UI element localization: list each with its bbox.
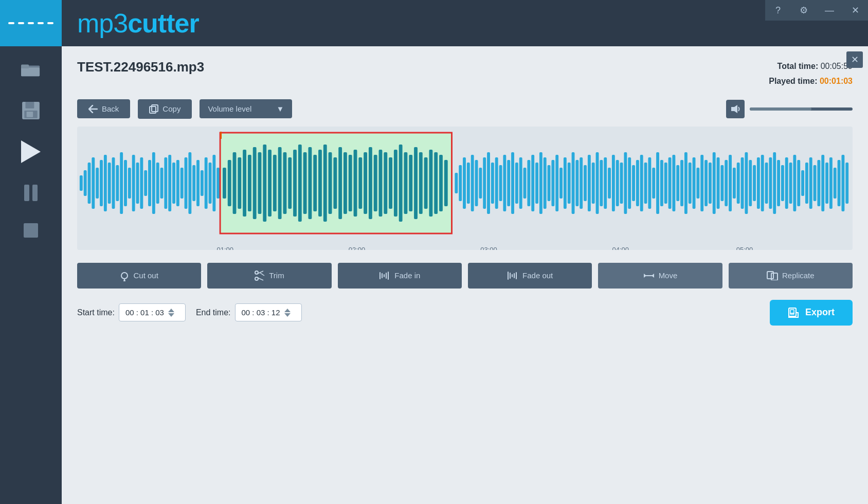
svg-rect-65	[308, 147, 312, 219]
svg-rect-175	[785, 157, 788, 209]
svg-rect-71	[338, 147, 342, 219]
svg-rect-154	[700, 155, 703, 211]
svg-rect-126	[588, 155, 591, 211]
svg-rect-23	[132, 155, 135, 211]
svg-rect-116	[548, 165, 551, 201]
start-time-up-arrow[interactable]	[168, 309, 174, 312]
svg-rect-17	[108, 163, 111, 204]
main-area: mp3cutter ? ⚙ — ✕ ✕ TEST.22496516.mp3 To…	[62, 0, 868, 504]
svg-rect-156	[709, 163, 712, 204]
end-time-input[interactable]: 00 : 03 : 12	[235, 303, 302, 321]
svg-rect-74	[354, 150, 357, 217]
trim-icon	[255, 271, 265, 281]
svg-rect-115	[544, 157, 547, 209]
fade-out-button[interactable]: Fade out	[468, 263, 592, 289]
played-time-value: 00:01:03	[820, 77, 853, 85]
volume-dropdown[interactable]: Volume level ▼	[200, 99, 292, 118]
svg-marker-210	[644, 274, 646, 278]
sidebar-open-folder[interactable]	[10, 51, 51, 87]
svg-rect-202	[386, 273, 387, 279]
svg-rect-89	[429, 150, 432, 217]
window-close-button[interactable]: ✕	[842, 0, 868, 21]
toolbar-row: Back Copy Volume level ▼	[77, 99, 853, 119]
svg-rect-169	[761, 155, 764, 211]
sidebar-logo	[0, 0, 62, 46]
trim-button[interactable]: Trim	[207, 263, 331, 289]
svg-rect-204	[508, 272, 509, 280]
svg-rect-164	[741, 157, 744, 209]
svg-rect-34	[176, 160, 179, 206]
save-icon	[21, 101, 41, 120]
svg-rect-140	[644, 163, 647, 204]
start-time-input[interactable]: 00 : 01 : 03	[119, 303, 186, 321]
end-time-up-arrow[interactable]	[284, 309, 291, 312]
svg-rect-129	[600, 160, 603, 206]
svg-point-193	[123, 280, 125, 281]
svg-rect-148	[676, 165, 679, 201]
svg-rect-37	[188, 152, 191, 214]
sidebar-stop-button[interactable]	[10, 216, 51, 244]
app-title: mp3cutter	[77, 8, 199, 39]
sidebar-save[interactable]	[10, 93, 51, 129]
volume-icon-box[interactable]	[726, 100, 745, 118]
folder-icon	[21, 60, 41, 79]
export-button[interactable]: Export	[770, 300, 853, 326]
svg-rect-150	[684, 152, 688, 214]
svg-rect-110	[523, 168, 527, 199]
copy-button[interactable]: Copy	[138, 99, 192, 119]
svg-rect-99	[479, 168, 482, 199]
svg-rect-93	[455, 173, 458, 193]
end-time-spinner[interactable]	[284, 309, 291, 317]
svg-rect-88	[424, 157, 428, 209]
time-marker-3: 03:00	[480, 246, 497, 250]
back-button[interactable]: Back	[77, 99, 130, 118]
svg-rect-4	[25, 102, 34, 109]
svg-line-198	[260, 273, 264, 276]
svg-rect-181	[809, 157, 812, 209]
svg-marker-211	[652, 274, 654, 278]
svg-rect-66	[313, 155, 317, 211]
svg-rect-47	[220, 132, 222, 139]
svg-rect-108	[515, 163, 518, 204]
sidebar-play-button[interactable]	[10, 134, 51, 170]
svg-rect-11	[84, 170, 87, 196]
settings-button[interactable]: ⚙	[791, 0, 817, 21]
svg-rect-134	[620, 163, 623, 204]
replicate-button[interactable]: Replicate	[729, 263, 853, 289]
content-close-button[interactable]: ✕	[846, 51, 863, 68]
sidebar-pause-button[interactable]	[10, 175, 51, 211]
svg-rect-85	[409, 155, 412, 211]
move-button[interactable]: Move	[598, 263, 722, 289]
volume-fill	[750, 107, 811, 111]
fade-in-button[interactable]: Fade in	[338, 263, 462, 289]
svg-rect-76	[364, 152, 367, 214]
svg-rect-125	[584, 165, 587, 201]
svg-rect-32	[168, 155, 171, 211]
svg-rect-31	[164, 157, 167, 209]
svg-rect-30	[160, 168, 164, 199]
svg-rect-146	[668, 157, 672, 209]
svg-rect-70	[333, 157, 337, 209]
end-time-down-arrow[interactable]	[284, 313, 291, 317]
time-info: Total time: 00:05:59 Played time: 00:01:…	[769, 59, 853, 89]
svg-rect-147	[672, 155, 675, 211]
start-time-down-arrow[interactable]	[168, 313, 174, 317]
volume-slider[interactable]	[750, 107, 853, 111]
titlebar-controls: ? ⚙ — ✕	[765, 0, 868, 21]
svg-rect-48	[223, 168, 226, 199]
minimize-button[interactable]: —	[817, 0, 842, 21]
svg-rect-51	[238, 157, 241, 209]
svg-rect-27	[148, 160, 151, 206]
svg-rect-139	[640, 155, 643, 211]
help-button[interactable]: ?	[765, 0, 791, 21]
svg-rect-207	[514, 273, 515, 278]
action-buttons: Cut out Trim	[77, 263, 853, 289]
start-time-spinner[interactable]	[168, 309, 174, 317]
waveform-container[interactable]: 01:00 02:00 03:00 04:00 05:00	[77, 127, 853, 250]
svg-rect-91	[439, 155, 443, 211]
cut-out-button[interactable]: Cut out	[77, 263, 201, 289]
volume-control	[726, 100, 853, 118]
svg-rect-158	[717, 157, 720, 209]
svg-rect-160	[725, 160, 728, 206]
svg-rect-206	[512, 274, 513, 277]
